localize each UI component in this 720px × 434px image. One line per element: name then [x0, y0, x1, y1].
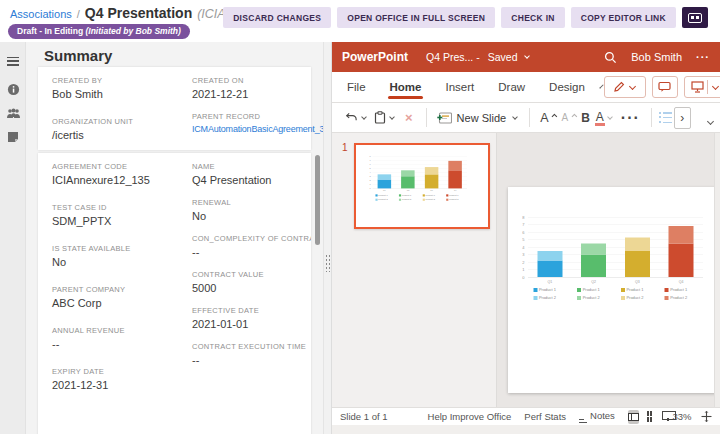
- bar-segment-product2[interactable]: [537, 251, 562, 261]
- side-by-side-view-button[interactable]: [682, 7, 708, 28]
- notes-toggle[interactable]: Notes: [579, 410, 615, 423]
- bar-segment-product2[interactable]: [425, 167, 439, 174]
- field-value: 5000: [192, 282, 311, 294]
- bold-button[interactable]: B: [581, 111, 590, 125]
- font-color-label: A: [596, 110, 604, 126]
- powerpoint-footer-strip: [332, 425, 720, 434]
- undo-button[interactable]: [345, 111, 368, 124]
- grow-font-button[interactable]: A: [540, 111, 555, 125]
- discard-changes-button[interactable]: DISCARD CHANGES: [223, 7, 331, 28]
- legend-item: Product 2: [446, 198, 458, 200]
- splitter-grip-icon: [325, 254, 331, 272]
- menu-toggle-button[interactable]: [0, 51, 26, 71]
- tab-design[interactable]: Design: [549, 72, 585, 102]
- field-created-on: CREATED ON 2021-12-21: [192, 76, 311, 100]
- tab-insert[interactable]: Insert: [445, 72, 474, 102]
- document-title[interactable]: Q4 Pres... -: [426, 51, 480, 63]
- paste-button[interactable]: [374, 111, 396, 124]
- bar-segment-product1[interactable]: [401, 176, 415, 188]
- undo-icon: [345, 111, 358, 124]
- field-value: --: [192, 354, 311, 366]
- slide-thumbnail[interactable]: 012345678Q1Product 1Product 2Q2Product 1…: [354, 143, 490, 229]
- normal-view-button[interactable]: [628, 410, 639, 424]
- save-status[interactable]: Saved: [488, 51, 518, 63]
- bar-segment-product2[interactable]: [581, 243, 606, 254]
- top-header: Associations / Q4 Presentation (ICIAnnex…: [0, 0, 720, 42]
- slide-chart[interactable]: 012345678Q1Product 1Product 2Q2Product 1…: [516, 217, 706, 302]
- pencil-icon: [613, 81, 625, 93]
- search-button[interactable]: [604, 51, 617, 64]
- field-parent-company: PARENT COMPANY ABC Corp: [52, 285, 192, 309]
- bar-segment-product1[interactable]: [425, 174, 439, 188]
- legend-swatch: [533, 288, 537, 292]
- panel-splitter[interactable]: [323, 42, 332, 434]
- x-tick-label: Q3: [420, 190, 444, 192]
- bar-segment-product1[interactable]: [625, 251, 650, 277]
- slide-thumbnail-pane: 1 012345678Q1Product 1Product 2Q2Product…: [332, 133, 497, 407]
- more-tabs-chevron-icon[interactable]: [599, 84, 603, 88]
- open-office-fullscreen-button[interactable]: OPEN OFFICE IN FULL SCREEN: [337, 7, 495, 28]
- details-rail-button[interactable]: [0, 79, 26, 99]
- user-name[interactable]: Bob Smith: [631, 51, 682, 63]
- perf-stats-link[interactable]: Perf Stats: [524, 411, 566, 422]
- slide-sorter-button[interactable]: [647, 411, 653, 422]
- field-label: EXPIRY DATE: [52, 367, 192, 376]
- gridline: [528, 277, 703, 278]
- new-slide-button[interactable]: New Slide: [437, 112, 520, 124]
- bar-segment-product1[interactable]: [378, 179, 392, 188]
- y-tick-label: 1: [516, 267, 525, 272]
- field-value: 2021-12-31: [52, 379, 192, 391]
- field-value: 2021-01-01: [192, 318, 311, 330]
- slide-canvas[interactable]: 012345678Q1Product 1Product 2Q2Product 1…: [508, 187, 720, 393]
- tab-home[interactable]: Home: [390, 72, 422, 102]
- y-tick-label: 4: [366, 171, 371, 173]
- collapse-ribbon-chevron-icon[interactable]: [707, 118, 714, 125]
- present-button[interactable]: [684, 76, 720, 98]
- team-rail-button[interactable]: [0, 103, 26, 123]
- shrink-font-button[interactable]: A: [561, 112, 575, 123]
- field-is-state-available: IS STATE AVAILABLE No: [52, 244, 192, 268]
- bar-segment-product1[interactable]: [581, 255, 606, 278]
- bar-segment-product1[interactable]: [537, 261, 562, 278]
- legend-item: Product 2: [423, 198, 435, 200]
- chevron-down-icon[interactable]: [525, 53, 531, 59]
- tab-file[interactable]: File: [347, 72, 366, 102]
- fit-to-window-button[interactable]: [701, 411, 712, 422]
- help-improve-office-link[interactable]: Help Improve Office: [428, 411, 512, 422]
- bar-segment-product2[interactable]: [669, 226, 694, 243]
- y-tick-label: 7: [366, 159, 371, 161]
- expand-ribbon-button[interactable]: [674, 107, 691, 129]
- field-value: No: [52, 256, 192, 268]
- legend-swatch: [577, 288, 581, 292]
- gridline: [528, 217, 703, 218]
- field-expiry-date: EXPIRY DATE 2021-12-31: [52, 367, 192, 391]
- legend-item: Product 2: [621, 296, 644, 301]
- breadcrumb-associations-link[interactable]: Associations: [10, 8, 72, 20]
- comments-button[interactable]: [652, 76, 678, 98]
- font-color-button[interactable]: A: [596, 110, 614, 126]
- notes-rail-button[interactable]: [0, 127, 26, 147]
- field-label: PARENT COMPANY: [52, 285, 192, 294]
- bar-segment-product2[interactable]: [625, 237, 650, 251]
- bar-segment-product2[interactable]: [448, 161, 462, 170]
- field-label: NAME: [192, 162, 311, 171]
- copy-editor-link-button[interactable]: COPY EDITOR LINK: [571, 7, 676, 28]
- divider: [529, 108, 530, 127]
- editing-mode-button[interactable]: [604, 76, 646, 98]
- bar-segment-product2[interactable]: [401, 170, 415, 176]
- tab-draw[interactable]: Draw: [498, 72, 525, 102]
- check-in-button[interactable]: CHECK IN: [501, 7, 565, 28]
- bullet-list-icon[interactable]: [659, 112, 672, 123]
- search-icon: [604, 51, 617, 64]
- more-commands-icon[interactable]: [621, 109, 640, 127]
- delete-button[interactable]: ×: [405, 110, 413, 125]
- bar-segment-product1[interactable]: [669, 243, 694, 277]
- summary-scrollbar[interactable]: [315, 155, 320, 245]
- more-options-icon[interactable]: [696, 51, 710, 63]
- parent-record-link[interactable]: ICMAutomationBasicAgreement_392: [192, 124, 311, 134]
- field-effective-date: EFFECTIVE DATE 2021-01-01: [192, 306, 311, 330]
- summary-card-system: CREATED BY Bob Smith ORGANIZATION UNIT /…: [38, 67, 311, 150]
- bar-segment-product2[interactable]: [378, 174, 392, 179]
- bar-segment-product1[interactable]: [448, 170, 462, 188]
- field-label: TEST CASE ID: [52, 203, 192, 212]
